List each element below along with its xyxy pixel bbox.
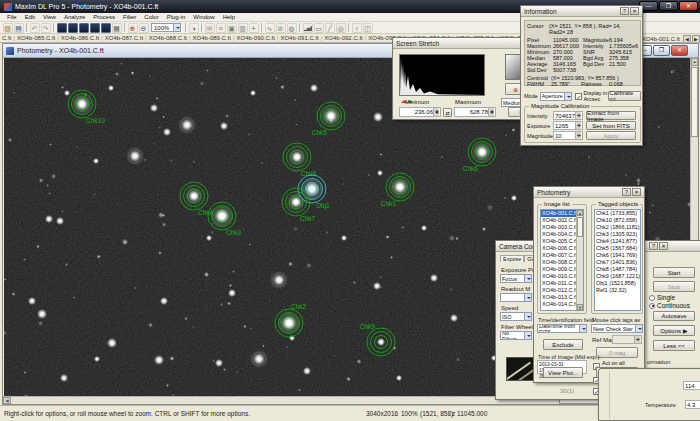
- save-button-icon[interactable]: ▤: [14, 23, 24, 33]
- tab-xo4b-088-c-ft[interactable]: XO4b-088.C.ft: [147, 35, 189, 41]
- image-list-scrollbar[interactable]: ▲ ▼: [576, 210, 583, 310]
- menu-item-plug-in[interactable]: Plug-in: [163, 14, 190, 20]
- ref-mag-input[interactable]: [612, 335, 642, 344]
- quick-stretch-3-icon[interactable]: [79, 23, 89, 33]
- speed-dropdown[interactable]: ISO: [500, 312, 532, 321]
- night-vision-button-icon[interactable]: ◑: [189, 23, 199, 33]
- menu-item-filter[interactable]: Filter: [119, 14, 140, 20]
- tagged-object-item[interactable]: Obj1 (1521,858): [595, 280, 640, 287]
- set-from-fits-button[interactable]: Set from FITS: [586, 121, 636, 130]
- quick-stretch-5-icon[interactable]: [101, 23, 111, 33]
- tab-xo4b-089-c-ft[interactable]: XO4b-089.C.ft: [191, 35, 233, 41]
- quick-stretch-2-icon[interactable]: [68, 23, 78, 33]
- tab-xo4b-090-c-ft[interactable]: XO4b-090.C.ft: [235, 35, 277, 41]
- zoom-out-button-icon[interactable]: ⊖: [139, 23, 149, 33]
- apply-button[interactable]: Apply: [586, 131, 636, 140]
- stop-button[interactable]: Stop: [653, 281, 695, 292]
- minimum-input[interactable]: 236.06: [399, 107, 441, 117]
- tab-c-ft[interactable]: C.ft: [0, 35, 13, 41]
- magnitude-input[interactable]: 10: [553, 131, 583, 140]
- fits-header-button-icon[interactable]: ≡: [216, 23, 226, 33]
- menu-item-help[interactable]: Help: [219, 14, 239, 20]
- tab-scroll-left-icon[interactable]: ◀: [683, 35, 691, 43]
- tab-xo4b-087-c-ft[interactable]: XO4b-087.C.ft: [103, 35, 145, 41]
- close-icon[interactable]: ✕: [632, 188, 641, 196]
- swap-button[interactable]: ⇄: [443, 108, 452, 117]
- menu-item-edit[interactable]: Edit: [21, 14, 39, 20]
- redo-button-icon[interactable]: ↷: [41, 23, 51, 33]
- tab-xo4b-086-c-ft[interactable]: XO4b-086.C.ft: [59, 35, 101, 41]
- no-calibration-button-icon[interactable]: ⊘: [276, 23, 286, 33]
- histogram-button-icon[interactable]: ▂▅▇: [303, 23, 313, 33]
- open-file-button-icon[interactable]: ▨: [3, 23, 13, 33]
- zoom-in-button-icon[interactable]: ⊕: [128, 23, 138, 33]
- filter-wheel-dropdown[interactable]: No Filters: [500, 331, 532, 340]
- close-icon[interactable]: ✕: [659, 242, 668, 250]
- scroll-up-icon[interactable]: ▲: [691, 58, 698, 66]
- email-image-button-icon[interactable]: ✉: [205, 23, 215, 33]
- menu-item-process[interactable]: Process: [89, 14, 119, 20]
- aperture-button-icon[interactable]: ◎: [336, 23, 346, 33]
- menu-item-view[interactable]: View: [39, 14, 60, 20]
- options-button[interactable]: Options▶: [653, 325, 695, 336]
- exposure-preset-dropdown[interactable]: Focus: [500, 274, 532, 283]
- temperature-input[interactable]: 4.3: [685, 400, 700, 409]
- less-button[interactable]: Less <<: [653, 340, 695, 351]
- tab-expose[interactable]: Expose: [500, 255, 524, 262]
- new-tag-button-icon[interactable]: +: [249, 23, 259, 33]
- image-close-button[interactable]: ✕: [671, 45, 688, 56]
- autosave-button[interactable]: Autosave: [653, 311, 695, 321]
- tab-scroll-right-icon[interactable]: ▶: [692, 35, 700, 43]
- tagged-object-item[interactable]: Ref1 (32,32): [595, 287, 640, 294]
- tagged-object-item[interactable]: Chk10 (872,658): [595, 217, 640, 224]
- quick-stretch-1-icon[interactable]: [57, 23, 67, 33]
- display-arcsec-checkbox[interactable]: ✓: [575, 93, 582, 100]
- tagged-object-item[interactable]: Chk2 (1866,1181): [595, 224, 640, 231]
- observatory-button-icon[interactable]: ◍: [287, 23, 297, 33]
- tagged-object-item[interactable]: Chk6 (1941,769): [595, 252, 640, 259]
- stack-images-button-icon[interactable]: ▣: [227, 23, 237, 33]
- pixel-math-button-icon[interactable]: ＋: [352, 23, 362, 33]
- graph-button-icon[interactable]: ∿: [265, 23, 275, 33]
- undo-button-icon[interactable]: ↶: [30, 23, 40, 33]
- information-window-button-icon[interactable]: ▭: [314, 23, 324, 33]
- quick-stretch-4-icon[interactable]: [90, 23, 100, 33]
- exclude-button[interactable]: Exclude: [543, 339, 583, 350]
- mouse-tag-dropdown[interactable]: New Check Star: [591, 324, 643, 333]
- menu-item-file[interactable]: File: [3, 14, 21, 20]
- image-list[interactable]: ▲ ▼ XO4b-001.C.ftXO4b-002.C.ftXO4b-003.C…: [540, 209, 584, 311]
- intensity-input[interactable]: 704637: [553, 111, 583, 120]
- tab-xo4b-092-c-ft[interactable]: XO4b-092.C.ft: [322, 35, 364, 41]
- mode-dropdown[interactable]: Aperture: [540, 92, 573, 101]
- stretch-histogram[interactable]: [399, 54, 485, 96]
- scroll-left-icon[interactable]: ◀: [3, 397, 11, 404]
- screen-stretch-toggle-button-icon[interactable]: ▦: [112, 23, 122, 33]
- line-profile-button-icon[interactable]: ╱: [325, 23, 335, 33]
- continuous-radio[interactable]: Continuous: [649, 302, 690, 309]
- tagged-objects-list[interactable]: Chk1 (1733,855)Chk10 (872,658)Chk2 (1866…: [594, 209, 641, 311]
- tagged-object-item[interactable]: Chk8 (1487,784): [595, 266, 640, 273]
- maximum-input[interactable]: 628.78: [454, 107, 496, 117]
- tagged-object-item[interactable]: Chk3 (1305,923): [595, 231, 640, 238]
- tab-xo4b-085-c-ft[interactable]: XO4b-085.C.ft: [15, 35, 57, 41]
- photometry-title-bar[interactable]: Photometry ? ✕: [534, 187, 644, 198]
- close-button[interactable]: ✕: [679, 1, 698, 11]
- menu-item-window[interactable]: Window: [189, 14, 218, 20]
- menu-item-color[interactable]: Color: [140, 14, 162, 20]
- close-icon[interactable]: ✕: [630, 7, 639, 15]
- readout-mode-dropdown[interactable]: [500, 293, 532, 302]
- time-field-dropdown[interactable]: Date/time from FITS: [537, 324, 587, 333]
- tagged-object-item[interactable]: Chk9 (1687,1221): [595, 273, 640, 280]
- tagged-object-item[interactable]: Chk5 (1567,684): [595, 245, 640, 252]
- menu-item-analyze[interactable]: Analyze: [60, 14, 89, 20]
- tab-xo4b-091-c-ft[interactable]: XO4b-091.C.ft: [278, 35, 320, 41]
- blink-button-icon[interactable]: ◫: [363, 23, 373, 33]
- maximize-button[interactable]: ❐: [659, 1, 678, 11]
- exposure-input[interactable]: 1265: [553, 121, 583, 130]
- help-icon[interactable]: ?: [620, 7, 629, 15]
- image-restore-button[interactable]: ❐: [653, 45, 670, 56]
- calibrate-button[interactable]: Calibrate <<: [608, 91, 641, 101]
- start-button[interactable]: Start: [653, 267, 695, 278]
- information-title-bar[interactable]: Information ? ✕: [521, 6, 642, 17]
- tagged-object-item[interactable]: Chk1 (1733,855): [595, 210, 640, 217]
